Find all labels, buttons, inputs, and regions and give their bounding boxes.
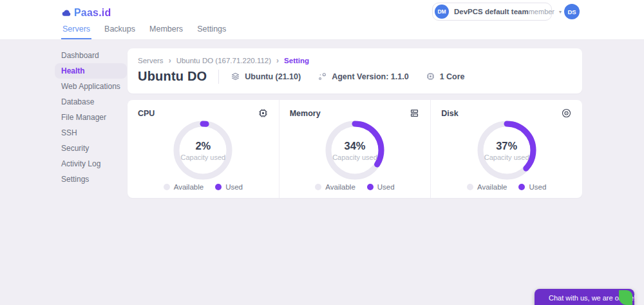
disk-legend: Available Used [431,183,582,191]
memory-percent-value: 34% [344,140,365,152]
available-dot [164,184,170,190]
chevron-down-icon: ▾ [559,9,562,15]
disk-gauge-title: Disk [441,109,458,118]
server-name: Ubuntu DO [138,69,207,84]
disk-capacity-label: Capacity used [484,153,529,161]
cpu-percent-value: 2% [195,140,211,152]
cloud-logo-icon [61,8,72,19]
legend-available-label: Available [477,183,507,191]
legend-available-label: Available [325,183,355,191]
disk-icon [561,108,572,119]
breadcrumb-setting[interactable]: Setting [284,57,309,64]
server-cores-label: 1 Core [440,72,465,81]
server-os-label: Ubuntu (21.10) [245,72,301,81]
team-name: DevPCS default team [454,8,529,15]
server-cores: 1 Core [426,72,465,81]
server-meta: Ubuntu (21.10) Agent Version: 1.1.0 1 Co… [231,72,464,81]
paasid-logo[interactable]: Paas.id [61,7,111,19]
cpu-gauge-section: CPU 2% Capacity used Available Used [128,100,279,198]
cpu-gauge-title: CPU [138,109,155,118]
cpu-donut-chart: 2% Capacity used [173,121,232,180]
cpu-legend: Available Used [128,183,279,191]
capacity-gauges-card: CPU 2% Capacity used Available Used [128,100,582,198]
sidebar-item-activity-log[interactable]: Activity Log [55,156,127,172]
server-agent-version-label: Agent Version: 1.1.0 [332,72,408,81]
available-dot [315,184,321,190]
sidebar-item-ssh[interactable]: SSH [55,125,127,141]
memory-gauge-section: Memory 34% Capacity used Available Used [279,100,431,198]
disk-donut-chart: 37% Capacity used [477,121,536,180]
sidebar-item-web-applications[interactable]: Web Applications [55,79,127,94]
tab-settings[interactable]: Settings [196,25,227,39]
memory-icon [409,108,420,119]
layers-icon [231,72,240,81]
chevron-right-icon: › [169,57,171,64]
server-title-row: Ubuntu DO Ubuntu (21.10) Agent Version: … [138,69,572,84]
cpu-chip-icon [426,72,435,81]
chat-widget[interactable]: Chat with us, we are online! [535,289,634,305]
sidebar-item-health[interactable]: Health [55,63,127,79]
team-role: member [529,8,554,15]
chevron-right-icon: › [276,57,279,64]
memory-donut-chart: 34% Capacity used [325,121,384,180]
tab-servers[interactable]: Servers [61,25,91,39]
breadcrumb: Servers › Ubuntu DO (167.71.220.112) › S… [138,57,572,64]
breadcrumb-servers[interactable]: Servers [138,57,164,64]
team-avatar: DM [435,5,449,19]
legend-used-label: Used [377,183,395,191]
cpu-chip-icon [258,108,269,119]
disk-gauge-section: Disk 37% Capacity used Available Used [430,100,582,198]
team-selector[interactable]: DM DevPCS default team member ▾ [432,3,552,21]
disk-percent-value: 37% [496,140,517,152]
chat-leaf-icon [619,290,632,305]
logo-text: Paas.id [74,7,111,19]
memory-capacity-label: Capacity used [332,153,377,161]
used-dot [518,184,525,190]
available-dot [467,184,473,190]
user-avatar[interactable]: DS [564,4,580,19]
sidebar-item-file-manager[interactable]: File Manager [55,110,127,125]
server-agent-version: Agent Version: 1.1.0 [317,72,408,81]
sidebar-item-settings[interactable]: Settings [55,172,127,187]
memory-gauge-title: Memory [290,109,321,118]
main-content: Servers › Ubuntu DO (167.71.220.112) › S… [128,48,582,198]
app-header: Paas.id Servers Backups Members Settings… [0,0,644,40]
sidebar-item-dashboard[interactable]: Dashboard [55,48,127,63]
server-os: Ubuntu (21.10) [231,72,301,81]
tab-members[interactable]: Members [148,25,184,39]
primary-nav-tabs: Servers Backups Members Settings [61,25,227,39]
sidebar-item-database[interactable]: Database [55,94,127,110]
nodes-icon [317,72,327,81]
memory-legend: Available Used [279,183,431,191]
used-dot [215,184,222,190]
legend-used-label: Used [529,183,546,191]
vertical-divider [218,70,219,84]
breadcrumb-server-name[interactable]: Ubuntu DO (167.71.220.112) [176,57,271,64]
legend-used-label: Used [225,183,243,191]
server-info-card: Servers › Ubuntu DO (167.71.220.112) › S… [128,48,582,93]
legend-available-label: Available [174,183,204,191]
sidebar-item-security[interactable]: Security [55,141,127,156]
sidebar: Dashboard Health Web Applications Databa… [55,48,127,187]
cpu-capacity-label: Capacity used [180,153,225,161]
used-dot [367,184,374,190]
tab-backups[interactable]: Backups [103,25,137,39]
header-right: DM DevPCS default team member ▾ DS [432,3,580,21]
